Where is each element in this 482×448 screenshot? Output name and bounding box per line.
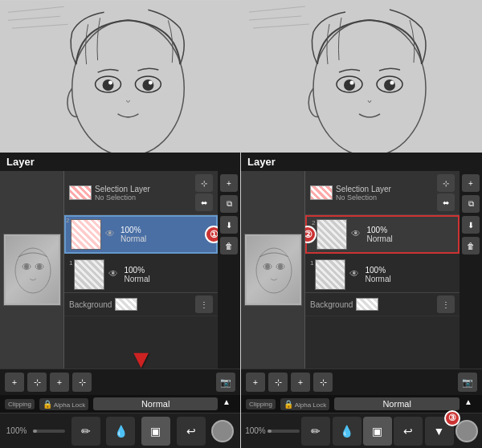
layer-num-2-right: 2 [312,219,315,226]
delete-layer-btn-left[interactable]: 🗑 [220,237,238,255]
move2-btn-left[interactable]: ⊹ [72,373,92,392]
eye-icon-1-right[interactable]: 👁 [349,268,362,281]
eyedropper-btn-right[interactable]: 💧 [333,417,362,446]
layer-num-1-left: 1 [69,259,72,267]
svg-point-33 [278,264,283,269]
eyedropper-btn-left[interactable]: 💧 [106,417,135,446]
alpha-lock-btn-left[interactable]: 🔒 Alpha Lock [39,398,88,410]
eye-icon-2-right[interactable]: 👁 [351,228,364,241]
layer-title-left: Layer [6,156,35,168]
selection-layer-label-left: Selection Layer [95,185,195,193]
chevron-up-left[interactable]: ▲ [223,397,235,410]
svg-point-4 [103,79,114,91]
layers-list-left: Selection Layer No Selection ⊹ ⬌ 2 👁 [64,171,218,369]
zoom-label-right: 100% [245,426,266,435]
background-row-right: Background ⋮ [305,293,460,316]
add2-btn-right[interactable]: + [291,373,310,392]
no-selection-label-right: No Selection [336,193,437,202]
left-panel: Layer [0,0,241,448]
copy-layer-btn-right[interactable]: ⧉ [462,195,480,213]
layer-num-1-right: 1 [310,259,313,267]
layer-thumbnail-col-right [241,171,305,369]
selection-layer-info-right: Selection Layer No Selection [336,185,437,202]
layer-info-2-right: 100% Normal [366,226,453,243]
add2-btn-left[interactable]: + [50,373,69,392]
transform-btn-left[interactable]: ⊹ [195,174,213,192]
svg-point-13 [22,264,31,270]
side-toolbar-right: + ⧉ ⬇ 🗑 [460,171,482,369]
clipping-label-right: Clipping [249,401,272,408]
layer-row-2-left[interactable]: 2 👁 100% Normal ① [64,215,218,254]
no-selection-label-left: No Selection [95,193,195,202]
layer-row-2-right[interactable]: ② 2 👁 100% Normal [305,215,460,254]
svg-point-22 [384,79,395,91]
move-btn-left[interactable]: ⊹ [27,373,47,392]
fill-btn-right[interactable]: ↩ [394,417,423,446]
move-down-btn-right[interactable]: ⬇ [462,216,480,234]
bg-settings-right[interactable]: ⋮ [437,295,455,313]
layer-thumb-1-left [74,259,104,290]
add-btn-right[interactable]: + [246,373,265,392]
background-label-right: Background [310,300,353,309]
layer-header-right: Layer [241,153,482,171]
eye-icon-1-left[interactable]: 👁 [108,268,121,281]
selection-preview-right [310,185,333,200]
layer-num-2-left: 2 [65,216,70,225]
svg-point-31 [276,264,284,270]
pencil-btn-right[interactable]: ✏ [301,417,330,446]
svg-point-21 [344,79,355,91]
svg-point-32 [265,264,270,269]
shape-btn-right[interactable]: ▣ [363,417,392,446]
camera-btn-right[interactable]: 📷 [458,373,477,392]
clipping-btn-left[interactable]: Clipping [5,399,35,409]
sketch-area-right [241,0,482,177]
svg-point-12 [15,248,51,293]
sketch-area-left [0,0,240,177]
shape-btn-left[interactable]: ▣ [141,417,170,446]
move-down-btn-left[interactable]: ⬇ [220,216,238,234]
delete-layer-btn-right[interactable]: 🗑 [462,237,480,255]
background-label-left: Background [69,300,112,309]
bg-preview-left [115,298,137,311]
svg-point-30 [263,264,272,270]
layer-thumb-2-left [71,219,101,250]
layer-main-thumb-right [244,234,302,306]
selection-layer-info-left: Selection Layer No Selection [95,185,195,202]
copy-layer-btn-left[interactable]: ⧉ [220,195,238,213]
layer-info-1-right: 100% Normal [365,266,455,283]
svg-point-29 [256,248,292,293]
mode-selector-right[interactable]: Normal [334,397,460,410]
fill-btn-left[interactable]: ↩ [177,417,206,446]
transform-btn-right[interactable]: ⊹ [437,174,455,192]
move-btn-right[interactable]: ⊹ [268,373,288,392]
color-circle-left[interactable] [211,420,234,442]
flip-btn-left[interactable]: ⬌ [195,193,213,211]
clipping-btn-right[interactable]: Clipping [246,399,276,409]
svg-point-6 [108,81,112,85]
layer-mode-2-right: Normal [366,234,453,243]
layer-row-1-left[interactable]: 1 👁 100% Normal [64,257,218,293]
layer-header-left: Layer [0,153,240,171]
add-btn-left[interactable]: + [5,373,24,392]
pencil-btn-left[interactable]: ✏ [71,417,100,446]
alpha-lock-btn-right[interactable]: 🔒 Alpha Lock [280,398,329,410]
camera-btn-left[interactable]: 📷 [216,373,235,392]
eye-icon-2-left[interactable]: 👁 [105,228,118,241]
selection-layer-label-right: Selection Layer [336,185,437,193]
move2-btn-right[interactable]: ⊹ [313,373,333,392]
layer-opacity-1-right: 100% [365,266,455,275]
mode-selector-left[interactable]: Normal [93,397,218,410]
flip-btn-right[interactable]: ⬌ [437,193,455,211]
layer-row-1-right[interactable]: 1 👁 100% Normal [305,257,460,293]
badge-1: ① [205,226,218,243]
clipping-label-left: Clipping [8,401,31,408]
selection-preview-left [69,185,92,200]
right-panel: Layer [241,0,482,448]
add-layer-btn-right[interactable]: + [462,174,480,192]
bg-settings-left[interactable]: ⋮ [195,295,213,313]
bg-preview-right [356,298,378,311]
svg-point-5 [142,79,153,91]
chevron-up-right[interactable]: ▲ [464,397,477,410]
add-layer-btn-left[interactable]: + [220,174,238,192]
layer-thumb-2-right [317,219,347,250]
